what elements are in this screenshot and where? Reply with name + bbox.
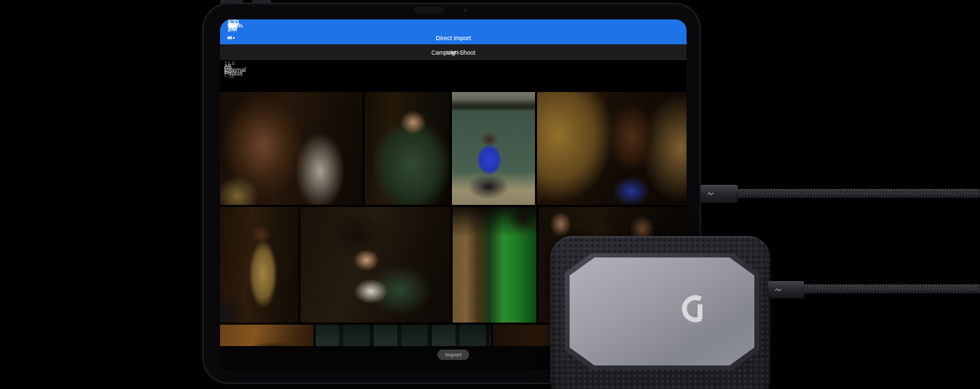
scene: 9:41 AM Tue Apr 1 100% ✕ xyxy=(0,0,980,389)
photo-thumbnail[interactable] xyxy=(365,92,450,205)
connector-logo-icon xyxy=(707,192,714,196)
photo-thumbnail[interactable] xyxy=(452,92,535,205)
drive-metal-plate xyxy=(570,257,754,365)
external-ssd-drive xyxy=(550,236,770,389)
import-button[interactable]: Import xyxy=(437,350,469,360)
more-options-icon[interactable]: ••• xyxy=(227,35,235,42)
add-to-dropdown[interactable]: Add to Campaign Shoot xyxy=(220,44,687,60)
status-bar: 9:41 AM Tue Apr 1 100% xyxy=(220,19,687,32)
connector-logo-icon xyxy=(775,288,781,292)
front-camera-module xyxy=(414,7,444,13)
photo-thumbnail[interactable] xyxy=(300,207,451,323)
photo-thumbnail[interactable] xyxy=(220,207,298,323)
source-meta: 11 xyxy=(224,66,230,73)
photo-thumbnail[interactable] xyxy=(453,207,536,323)
braided-cable-top xyxy=(736,189,980,198)
import-header: ✕ Direct import ••• xyxy=(220,32,687,44)
g-technology-logo-icon xyxy=(680,293,711,325)
front-camera-dot xyxy=(464,8,467,12)
braided-cable-bottom xyxy=(803,284,980,293)
usb-c-connector-drive xyxy=(768,281,804,298)
photo-thumbnail[interactable] xyxy=(537,92,687,205)
page-title: Direct import xyxy=(220,35,687,42)
photo-thumbnail[interactable] xyxy=(316,325,491,346)
photo-thumbnail[interactable] xyxy=(220,92,363,205)
photo-thumbnail[interactable] xyxy=(220,325,314,346)
usb-c-connector-ipad xyxy=(700,185,738,203)
battery-full-icon xyxy=(228,23,238,28)
chevron-down-icon xyxy=(451,51,456,55)
source-row-all-photos[interactable]: All Photos 11 xyxy=(220,62,230,78)
